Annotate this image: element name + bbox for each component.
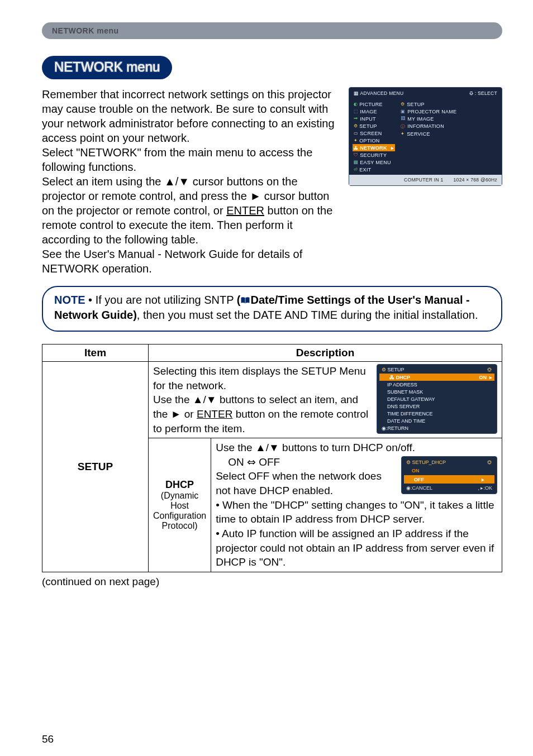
th-desc: Description: [149, 344, 502, 362]
item-setup: SETUP: [42, 362, 149, 572]
intro-p4: See the User's Manual - Network Guide fo…: [42, 248, 302, 275]
th-item: Item: [42, 344, 149, 362]
setup-desc-text: Selecting this item displays the SETUP M…: [153, 364, 372, 436]
hm-footer-right: 1024 × 768 @60Hz: [454, 177, 497, 183]
breadcrumb: NETWORK menu: [42, 22, 502, 39]
hm-header-left: ▦ ADVANCED MENU: [354, 90, 403, 96]
dhcp-onoff: ON ⇔ OFF: [216, 455, 397, 470]
continued-note: (continued on next page): [42, 576, 502, 588]
dhcp-desc: Use the ▲/▼ buttons to turn DHCP on/off.…: [216, 441, 497, 570]
hm-selected-network: 🖧 NETWORK▸: [353, 144, 395, 151]
dhcp-popup-screenshot: ⚙ SETUP_DHCP⯐ ON OFF▸ ◉:CANCEL, ▸:OK: [401, 456, 497, 495]
advanced-menu-screenshot: ▦ ADVANCED MENU ⯐: SELECT ◐PICTURE ⬚IMAG…: [349, 87, 502, 186]
intro-text: Remember that incorrect network settings…: [42, 87, 343, 276]
hm-right-col: ⚙SETUP ▣PROJECTOR NAME 🖼MY IMAGE ⓘINFORM…: [395, 99, 502, 175]
page-number: 56: [42, 733, 502, 745]
hm-header-right: ⯐: SELECT: [469, 90, 497, 96]
intro-p1: Remember that incorrect network settings…: [42, 88, 335, 144]
enter-key-2: ENTER: [197, 408, 232, 420]
hm-left-col: ◐PICTURE ⬚IMAGE ⮕INPUT ⚙SETUP ▭SCREEN ✦O…: [349, 99, 395, 175]
note-box: NOTE • If you are not utilizing SNTP (Da…: [42, 286, 502, 332]
hm-footer-left: COMPUTER IN 1: [404, 177, 444, 183]
book-icon: [240, 294, 250, 303]
settings-table: Item Description SETUP Selecting this it…: [42, 344, 502, 572]
enter-key: ENTER: [226, 204, 264, 217]
note-lead: NOTE: [54, 294, 85, 306]
intro-p2: Select "NETWORK" from the main menu to a…: [42, 146, 312, 173]
subitem-dhcp: DHCP (Dynamic Host Configuration Protoco…: [149, 438, 211, 572]
page-title: NETWORK menu: [42, 56, 172, 79]
setup-popup-screenshot: ⚙ SETUP⯐ 🖧 DHCPON ▸ IP ADDRESS SUBNET MA…: [377, 364, 497, 434]
